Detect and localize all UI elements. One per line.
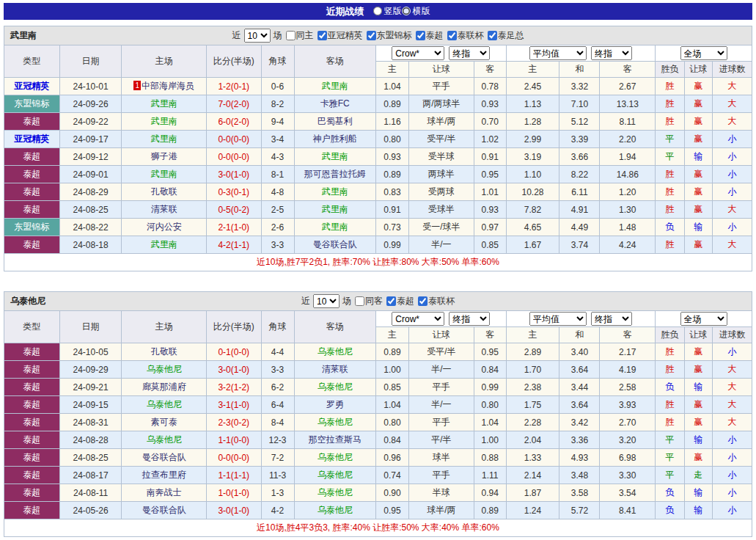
away-team-cell[interactable]: 乌泰他尼 <box>294 467 375 484</box>
away-team-cell[interactable]: 清莱联 <box>294 361 375 379</box>
league-checkbox[interactable] <box>488 31 497 40</box>
away-team-cell[interactable]: 乌泰他尼 <box>294 414 375 431</box>
odds-stage-select[interactable]: 终指 <box>449 46 490 60</box>
layout-option-vertical[interactable]: 竖版 <box>373 5 402 18</box>
away-team-cell[interactable]: 乌泰他尼 <box>294 484 375 502</box>
same-venue-filter[interactable]: 同主 <box>284 29 314 42</box>
away-team-cell[interactable]: 武里南 <box>294 183 375 201</box>
away-team-cell[interactable]: 乌泰他尼 <box>294 449 375 467</box>
subcolumn-header: 让球 <box>684 62 712 78</box>
handicap-home-odds: 0.74 <box>375 467 408 484</box>
away-team-name: 乌泰他尼 <box>318 417 353 427</box>
away-team-cell[interactable]: 乌泰他尼 <box>294 343 375 361</box>
home-team-cell[interactable]: 乌泰他尼 <box>122 431 206 449</box>
avg-home-odds: 1.28 <box>506 113 559 131</box>
scope-select[interactable]: 全场 <box>680 46 727 60</box>
league-filter[interactable]: 泰超 <box>414 29 444 42</box>
league-checkbox[interactable] <box>386 296 396 306</box>
result-handicap: 赢 <box>684 343 712 361</box>
layout-option-horizontal[interactable]: 横版 <box>402 5 430 18</box>
league-filter[interactable]: 亚冠精英 <box>315 29 363 42</box>
table-body: 泰超24-10-05孔敬联0-1(0-0)4-4乌泰他尼0.89受平/半0.95… <box>4 343 752 537</box>
league-filter[interactable]: 泰联杯 <box>445 29 484 42</box>
home-team-cell[interactable]: 清莱联 <box>122 201 206 219</box>
layout-radio[interactable] <box>402 7 411 15</box>
same-venue-filter[interactable]: 同客 <box>353 295 383 307</box>
layout-radio[interactable] <box>373 7 382 15</box>
home-team-cell[interactable]: 孔敬联 <box>122 343 206 361</box>
home-team-name: 武里南 <box>151 169 177 179</box>
handicap-home-odds: 0.93 <box>375 148 408 166</box>
away-team-cell[interactable]: 曼谷联合队 <box>294 236 375 254</box>
league-filter[interactable]: 泰联杯 <box>416 295 455 307</box>
away-team-cell[interactable]: 卡雅FC <box>294 95 375 113</box>
odds-stage-select[interactable]: 终指 <box>449 312 490 326</box>
handicap-away-odds: 0.94 <box>474 484 506 502</box>
league-filter[interactable]: 东盟锦标 <box>364 29 412 42</box>
league-filter[interactable]: 泰足总 <box>485 29 524 42</box>
scope-select[interactable]: 全场 <box>680 312 727 326</box>
games-count-select[interactable]: 10 <box>244 29 271 43</box>
away-team-cell[interactable]: 神户胜利船 <box>294 131 375 148</box>
league-checkbox[interactable] <box>318 31 327 40</box>
result-goals: 小 <box>712 166 752 183</box>
away-team-cell[interactable]: 武里南 <box>294 219 375 236</box>
average-odds-select[interactable]: 平均值 <box>529 46 587 60</box>
away-team-cell[interactable]: 那可恩普拉托姆 <box>294 166 375 183</box>
same-venue-checkbox[interactable] <box>355 296 364 306</box>
league-checkbox[interactable] <box>367 31 376 40</box>
home-team-cell[interactable]: 廊莫那浦府 <box>122 379 206 396</box>
home-team-cell[interactable]: 乌泰他尼 <box>122 361 206 379</box>
home-team-cell[interactable]: 武里南 <box>122 236 206 254</box>
home-team-cell[interactable]: 武里南 <box>122 131 206 148</box>
avg-draw-odds: 6.11 <box>559 183 600 201</box>
league-checkbox[interactable] <box>418 296 427 306</box>
away-team-cell[interactable]: 武里南 <box>294 78 375 95</box>
away-team-cell[interactable]: 武里南 <box>294 201 375 219</box>
home-team-cell[interactable]: 孔敬联 <box>122 183 206 201</box>
section-team-name: 武里南 <box>10 29 37 42</box>
odds-stage-select[interactable]: 终指 <box>591 46 632 60</box>
odds-source-select[interactable]: Crow* <box>392 312 444 326</box>
avg-away-odds: 2.67 <box>600 78 656 95</box>
home-team-cell[interactable]: 素可泰 <box>122 414 206 431</box>
away-team-cell[interactable]: 武里南 <box>294 148 375 166</box>
home-team-cell[interactable]: 拉查布里府 <box>122 467 206 484</box>
result-outcome: 胜 <box>656 343 685 361</box>
away-team-cell[interactable]: 乌泰他尼 <box>294 379 375 396</box>
result-outcome: 胜 <box>656 414 685 431</box>
league-checkbox[interactable] <box>416 31 425 40</box>
home-team-cell[interactable]: 狮子港 <box>122 148 206 166</box>
home-team-cell[interactable]: 曼谷联合队 <box>122 502 206 519</box>
league-checkbox[interactable] <box>447 31 457 40</box>
handicap-away-odds: 0.88 <box>474 449 506 467</box>
europe-odds-group-header: 平均值终指 <box>506 45 655 62</box>
away-team-cell[interactable]: 巴蜀基利 <box>294 113 375 131</box>
avg-away-odds: 1.30 <box>600 201 656 219</box>
league-filter[interactable]: 泰超 <box>384 295 414 307</box>
odds-stage-select[interactable]: 终指 <box>591 312 632 326</box>
home-team-cell[interactable]: 武里南 <box>122 166 206 183</box>
games-count-select[interactable]: 10 <box>313 294 340 308</box>
home-team-cell[interactable]: 1中部海岸海员 <box>122 78 206 95</box>
handicap-home-odds: 0.84 <box>375 431 408 449</box>
away-team-cell[interactable]: 那空拉查斯马 <box>294 431 375 449</box>
score: 1-0(1-0) <box>206 484 261 502</box>
home-team-cell[interactable]: 乌泰他尼 <box>122 396 206 414</box>
home-team-cell[interactable]: 武里南 <box>122 95 206 113</box>
avg-draw-odds: 3.64 <box>559 396 600 414</box>
odds-source-select[interactable]: Crow* <box>392 46 444 60</box>
away-team-cell[interactable]: 罗勇 <box>294 396 375 414</box>
average-odds-select[interactable]: 平均值 <box>529 312 587 326</box>
home-team-cell[interactable]: 武里南 <box>122 113 206 131</box>
same-venue-checkbox[interactable] <box>286 31 296 40</box>
avg-home-odds: 3.19 <box>506 148 559 166</box>
away-team-cell[interactable]: 乌泰他尼 <box>294 502 375 519</box>
handicap-away-odds: 0.85 <box>474 236 506 254</box>
header-row-groups: 类型日期主场比分(半场)角球客场Crow*终指平均值终指全场 <box>4 311 752 327</box>
home-team-cell[interactable]: 曼谷联合队 <box>122 449 206 467</box>
avg-draw-odds: 3.64 <box>559 361 600 379</box>
handicap-line: 受球半 <box>408 201 474 219</box>
home-team-cell[interactable]: 河内公安 <box>122 219 206 236</box>
home-team-cell[interactable]: 南奔战士 <box>122 484 206 502</box>
